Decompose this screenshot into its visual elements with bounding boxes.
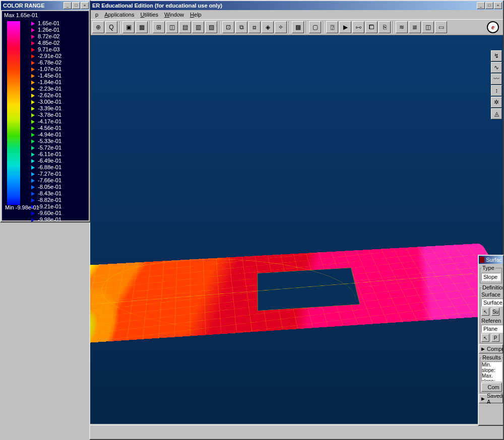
type-dropdown[interactable]: Slope — [481, 273, 500, 281]
menu-p[interactable]: p — [92, 11, 101, 19]
legend-row: -8.43e-01 — [31, 190, 61, 197]
tb-grp3d-icon[interactable]: ◈ — [262, 21, 274, 33]
tb-grp2a-icon[interactable]: ⊞ — [153, 21, 165, 33]
close-button[interactable]: × — [494, 2, 502, 9]
menu-utilities[interactable]: Utilities — [137, 11, 161, 19]
tb-grp2b-icon[interactable]: ◫ — [166, 21, 178, 33]
cr-close-button[interactable]: × — [81, 2, 89, 9]
view-default-icon[interactable]: ▣ — [122, 21, 135, 33]
redraw-icon[interactable]: ▦ — [136, 21, 148, 33]
compute2-button[interactable]: Com — [481, 383, 502, 392]
rt-wave-icon[interactable]: 〰 — [491, 74, 502, 85]
color-range-window[interactable]: COLOR RANGE _ □ × Max 1.65e-01 1.65e-01 … — [0, 0, 91, 223]
zoom-in-icon[interactable]: ⊕ — [92, 21, 104, 33]
surface-analysis-panel[interactable]: Surfac Type Slope Definition Surface Sur… — [478, 255, 504, 426]
legend-row: -6.78e-02 — [31, 59, 61, 66]
pick-surface-button[interactable]: Su — [491, 308, 499, 316]
compute-button[interactable]: ▶Comput — [479, 344, 503, 353]
rt-triangle-icon[interactable]: ◬ — [491, 108, 502, 119]
legend-value: -3.00e-01 — [38, 99, 61, 105]
graphics-viewport[interactable] — [90, 35, 503, 424]
swap-icon[interactable]: ◫ — [422, 21, 434, 33]
tb-grp2d-icon[interactable]: ▥ — [192, 21, 204, 33]
pick-surface-arrow-icon[interactable]: ↖ — [481, 308, 489, 316]
legend-value: -9.98e-01 — [38, 216, 61, 223]
legend-row: -1.84e-01 — [31, 79, 61, 86]
tb-grp3a-icon[interactable]: ⊡ — [222, 21, 234, 33]
tb-grp3b-icon[interactable]: ⧉ — [235, 21, 247, 33]
menu-window[interactable]: Window — [161, 11, 187, 19]
legend-value: -5.33e-01 — [38, 138, 61, 144]
cr-minimize-button[interactable]: _ — [64, 2, 72, 9]
zoom-all-icon[interactable]: Q — [105, 21, 117, 33]
legend-row: -5.72e-01 — [31, 144, 61, 151]
rt-sketch-icon[interactable]: ↯ — [491, 50, 502, 61]
menu-help[interactable]: Help — [187, 11, 205, 19]
rt-dimension-icon[interactable]: ↕ — [491, 85, 502, 96]
tree2-icon[interactable]: ⧠ — [365, 21, 377, 33]
match-icon[interactable]: ≣ — [409, 21, 421, 33]
legend-value: -6.88e-01 — [38, 164, 61, 171]
legend-value: -7.27e-01 — [38, 171, 61, 177]
max-value-label: Max 1.65e-01 — [4, 12, 87, 18]
rt-curve-icon[interactable]: ∿ — [491, 62, 502, 73]
legend-row: -7.27e-01 — [31, 171, 61, 177]
rt-star-icon[interactable]: ✲ — [491, 97, 502, 108]
end-icon[interactable]: ▭ — [435, 21, 447, 33]
tb-grp3e-icon[interactable]: ✧ — [275, 21, 287, 33]
legend-triangle-icon — [31, 107, 35, 111]
help-icon[interactable]: ⍰ — [326, 21, 338, 33]
color-range-titlebar[interactable]: COLOR RANGE _ □ × — [1, 1, 90, 10]
legend-triangle-icon — [31, 120, 35, 124]
legend-value: -6.78e-02 — [38, 59, 61, 66]
main-titlebar[interactable]: ER Educational Edition (for educational … — [90, 1, 503, 10]
main-toolbar: ⊕ Q ▣ ▦ ⊞ ◫ ▤ ▥ ▧ ⊡ ⧉ ⧈ ◈ ✧ ▩ ▢ ⍰ ▶ ⧟ ⧠ … — [90, 19, 503, 35]
legend-value: -5.72e-01 — [38, 144, 61, 151]
panel-titlebar[interactable]: Surfac — [479, 256, 503, 264]
tb-grp3c-icon[interactable]: ⧈ — [248, 21, 261, 33]
legend-triangle-icon — [31, 185, 35, 189]
cr-maximize-button[interactable]: □ — [72, 2, 80, 9]
flag-icon[interactable]: ▶ — [339, 21, 351, 33]
layers-icon[interactable]: ≋ — [396, 21, 408, 33]
legend-triangle-icon — [31, 179, 35, 183]
cube-icon[interactable]: ▢ — [309, 21, 321, 33]
legend-triangle-icon — [31, 166, 35, 170]
legend-triangle-icon — [31, 159, 35, 163]
shade-icon[interactable]: ▩ — [292, 21, 304, 33]
menu-applications[interactable]: Applications — [101, 11, 137, 19]
tree1-icon[interactable]: ⧟ — [352, 21, 364, 33]
legend-values-list: 1.65e-01 1.26e-01 8.72e-02 4.85e-02 9.71… — [31, 20, 61, 223]
legend-triangle-icon — [31, 211, 35, 215]
copy-icon[interactable]: ⎘ — [379, 21, 391, 33]
tb-grp2c-icon[interactable]: ▤ — [179, 21, 191, 33]
minimize-button[interactable]: _ — [477, 2, 485, 9]
type-group: Type Slope — [480, 265, 502, 283]
legend-triangle-icon — [31, 48, 35, 52]
surface-dropdown[interactable]: Surface — [481, 299, 504, 307]
maximize-button[interactable]: □ — [485, 2, 493, 9]
pick-ref-button[interactable]: P — [491, 334, 499, 342]
legend-row: 8.72e-02 — [31, 33, 61, 40]
ptc-logo-icon[interactable]: e — [487, 21, 499, 33]
analysis-surface — [90, 243, 503, 347]
legend-row: 1.65e-01 — [31, 20, 61, 27]
pick-ref-arrow-icon[interactable]: ↖ — [481, 334, 489, 342]
legend-row: -1.45e-01 — [31, 72, 61, 79]
legend-triangle-icon — [31, 113, 35, 117]
tb-grp2e-icon[interactable]: ▧ — [205, 21, 217, 33]
legend-value: -1.45e-01 — [38, 72, 61, 79]
legend-row: 1.26e-01 — [31, 27, 61, 33]
legend-row: -3.39e-01 — [31, 105, 61, 112]
legend-value: -7.66e-01 — [38, 177, 61, 184]
legend-value: -2.23e-01 — [38, 86, 61, 92]
legend-triangle-icon — [31, 87, 35, 91]
legend-row: -4.94e-01 — [31, 131, 61, 138]
legend-triangle-icon — [31, 94, 35, 98]
legend-triangle-icon — [31, 198, 35, 202]
reference-dropdown[interactable]: Plane — [481, 325, 504, 333]
legend-row: -6.49e-01 — [31, 158, 61, 164]
saved-analyses-button[interactable]: ▶Saved A — [479, 394, 503, 403]
results-text[interactable]: Min. slope: Max. slope: — [481, 361, 502, 382]
legend-row: -3.78e-01 — [31, 112, 61, 118]
